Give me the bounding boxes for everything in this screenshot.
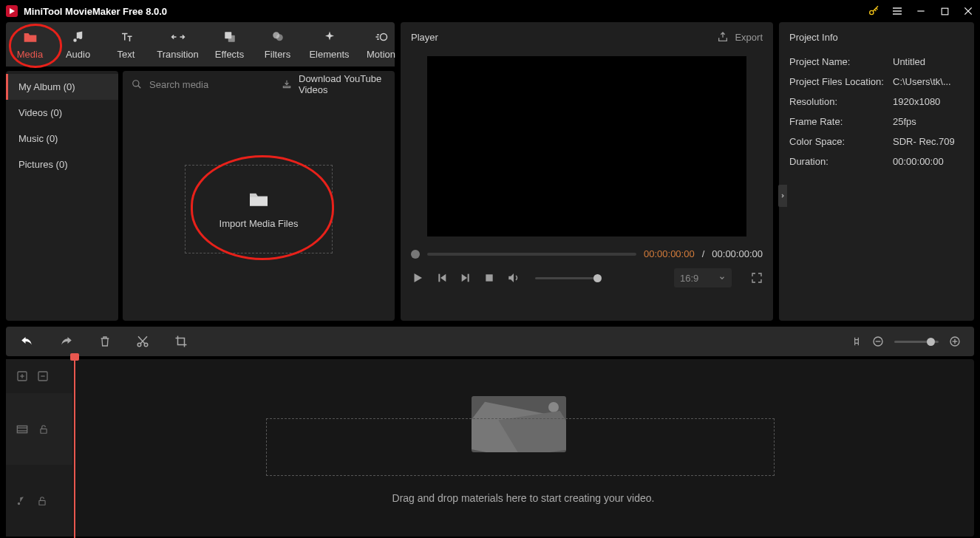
prev-frame-button[interactable] [436, 272, 448, 284]
svg-rect-10 [228, 35, 234, 41]
category-videos[interactable]: Videos (0) [6, 100, 118, 126]
minimize-icon[interactable] [915, 5, 927, 17]
tab-text[interactable]: Text [102, 27, 150, 62]
tab-elements[interactable]: Elements [302, 27, 357, 62]
app-title: MiniTool MovieMaker Free 8.0.0 [24, 6, 167, 17]
lock-audio-track-button[interactable] [37, 495, 47, 507]
zoom-out-button[interactable] [872, 336, 884, 347]
snap-button[interactable] [851, 336, 862, 347]
info-val-duration: 00:00:00:00 [893, 156, 944, 167]
playhead[interactable] [74, 355, 75, 538]
music-note-icon [71, 30, 86, 44]
export-icon [717, 31, 729, 43]
app-logo [6, 5, 18, 17]
timecode-current: 00:00:00:00 [644, 248, 695, 259]
info-key-location: Project Files Location: [789, 76, 893, 87]
tab-audio-label: Audio [66, 49, 90, 60]
info-key-duration: Duration: [789, 156, 893, 167]
zoom-slider[interactable] [894, 341, 939, 343]
svg-marker-0 [10, 8, 15, 14]
tab-motion[interactable]: Motion [357, 27, 405, 62]
category-my-album[interactable]: My Album (0) [6, 74, 118, 100]
remove-track-button[interactable] [37, 370, 49, 382]
close-icon[interactable] [962, 5, 974, 17]
sparkle-icon [322, 30, 337, 44]
info-val-colorspace: SDR- Rec.709 [893, 136, 955, 147]
stop-button[interactable] [483, 272, 495, 284]
maximize-icon[interactable] [939, 5, 950, 17]
svg-rect-21 [468, 274, 469, 282]
tab-elements-label: Elements [309, 49, 349, 60]
category-list: My Album (0) Videos (0) Music (0) Pictur… [6, 71, 118, 321]
category-music[interactable]: Music (0) [6, 126, 118, 151]
svg-point-1 [870, 10, 874, 14]
transition-icon [171, 30, 186, 44]
svg-rect-22 [486, 274, 492, 281]
project-info-title: Project Info [789, 32, 838, 43]
category-pictures[interactable]: Pictures (0) [6, 151, 118, 177]
video-track-icon [16, 424, 28, 435]
timeline-hint: Drag and drop materials here to start cr… [72, 492, 974, 504]
svg-rect-38 [41, 429, 47, 433]
folder-open-icon [248, 190, 270, 208]
volume-slider[interactable] [535, 277, 602, 279]
key-icon[interactable] [868, 5, 879, 17]
crop-button[interactable] [174, 335, 188, 348]
info-val-name: Untitled [893, 56, 925, 67]
video-preview [427, 56, 746, 236]
svg-line-15 [138, 86, 141, 89]
tab-text-label: Text [118, 49, 135, 60]
info-val-location: C:\Users\tk\... [893, 76, 951, 87]
import-media-label: Import Media Files [220, 218, 299, 229]
fullscreen-button[interactable] [751, 272, 763, 284]
export-label: Export [735, 32, 763, 43]
svg-rect-18 [438, 274, 440, 282]
cut-button[interactable] [136, 335, 149, 348]
collapse-panel-button[interactable] [778, 185, 787, 207]
play-button[interactable] [411, 271, 424, 285]
delete-button[interactable] [99, 335, 111, 348]
undo-button[interactable] [19, 335, 34, 348]
download-icon [281, 79, 293, 89]
info-val-fps: 25fps [893, 116, 916, 127]
aspect-ratio-value: 16:9 [680, 273, 698, 284]
download-youtube-button[interactable]: Download YouTube Videos [281, 73, 386, 95]
effects-icon [222, 30, 237, 44]
next-frame-button[interactable] [460, 272, 472, 284]
tab-audio[interactable]: Audio [54, 27, 102, 62]
aspect-ratio-select[interactable]: 16:9 [674, 268, 732, 287]
motion-icon [374, 30, 389, 44]
volume-button[interactable] [507, 271, 520, 285]
seek-handle[interactable] [411, 250, 420, 259]
info-key-colorspace: Color Space: [789, 136, 893, 147]
import-media-button[interactable]: Import Media Files [185, 165, 333, 253]
text-icon [119, 30, 134, 44]
search-icon [132, 79, 142, 89]
add-track-button[interactable] [16, 370, 28, 382]
tab-media[interactable]: Media [6, 27, 54, 62]
tab-filters[interactable]: Filters [253, 27, 302, 62]
search-input[interactable] [148, 78, 275, 91]
export-button[interactable]: Export [717, 31, 763, 43]
info-key-name: Project Name: [789, 56, 893, 67]
redo-button[interactable] [59, 335, 74, 348]
tab-transition-label: Transition [157, 49, 199, 60]
tab-effects-label: Effects [215, 49, 245, 60]
timeline-drop-zone[interactable] [266, 418, 775, 476]
zoom-in-button[interactable] [949, 336, 961, 347]
info-val-resolution: 1920x1080 [893, 96, 940, 107]
tab-filters-label: Filters [265, 49, 290, 60]
tab-transition[interactable]: Transition [150, 27, 205, 62]
seek-track[interactable] [427, 253, 636, 256]
filters-icon [270, 30, 285, 44]
info-key-fps: Frame Rate: [789, 116, 893, 127]
timecode-total: 00:00:00:00 [712, 248, 763, 259]
svg-marker-19 [440, 274, 446, 282]
lock-video-track-button[interactable] [38, 423, 49, 435]
svg-marker-20 [462, 274, 467, 282]
timeline-canvas[interactable]: Drag and drop materials here to start cr… [72, 359, 974, 537]
svg-point-12 [276, 34, 282, 41]
svg-marker-17 [415, 273, 423, 282]
menu-icon[interactable] [891, 5, 903, 17]
tab-effects[interactable]: Effects [205, 27, 253, 62]
